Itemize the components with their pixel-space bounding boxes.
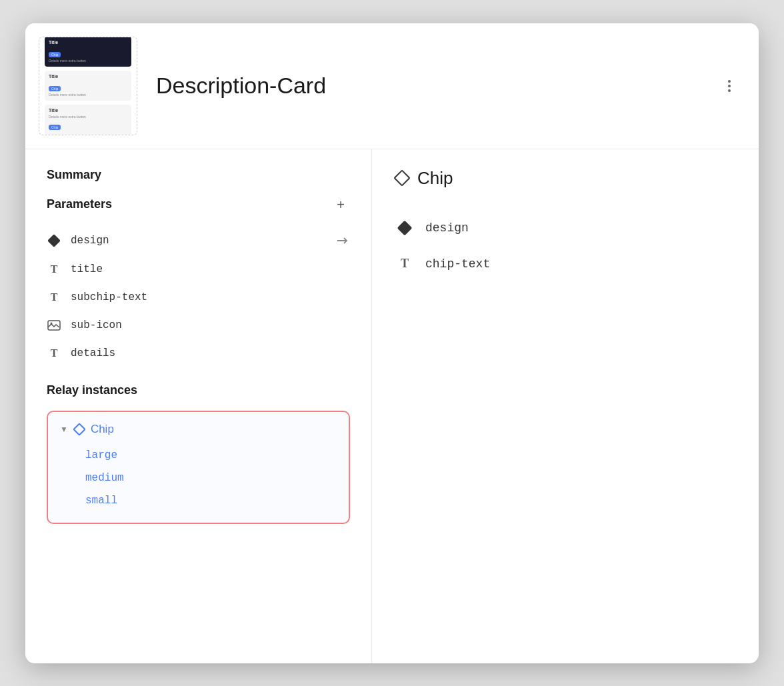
param-label-title: title (71, 263, 103, 275)
param-label-sub-icon: sub-icon (71, 319, 122, 331)
svg-point-2 (51, 322, 53, 324)
param-row-details: T details (47, 339, 350, 367)
page-title: Description-Card (156, 73, 719, 99)
main-content: Summary Parameters + design (25, 149, 759, 663)
right-param-design: design (396, 210, 735, 246)
param-row-title: T title (47, 255, 350, 283)
relay-instances-box: ▼ Chip large medium small (47, 411, 350, 524)
right-diamond-outline-icon (393, 169, 410, 186)
right-panel: Chip design T chip-text (372, 149, 759, 663)
summary-heading: Summary (47, 168, 350, 182)
relay-instances-heading: Relay instances (47, 383, 350, 397)
add-parameter-button[interactable]: + (331, 195, 350, 214)
component-thumbnail: Title Chip Details more extra button Tit… (39, 37, 137, 135)
chevron-down-icon: ▼ (60, 425, 68, 434)
relay-sub-item-large[interactable]: large (60, 444, 337, 467)
header: Title Chip Details more extra button Tit… (25, 23, 759, 149)
param-row-sub-icon: sub-icon (47, 311, 350, 339)
main-window: Title Chip Details more extra button Tit… (25, 23, 759, 663)
relay-chip-label: Chip (91, 423, 114, 436)
thumb-card-3: Title Details more extra button Chip (45, 105, 131, 135)
t-icon-subchip-text: T (47, 290, 61, 305)
right-param-label-design: design (425, 221, 469, 235)
parameters-heading: Parameters (47, 197, 112, 211)
relay-sub-item-medium[interactable]: medium (60, 467, 337, 489)
right-diamond-filled-icon (396, 219, 413, 237)
left-panel: Summary Parameters + design (25, 149, 372, 663)
right-chip-title: Chip (417, 168, 453, 189)
param-label-design: design (71, 235, 109, 247)
param-row-subchip-text: T subchip-text (47, 283, 350, 311)
t-icon-details: T (47, 346, 61, 361)
relay-sub-label-small: small (85, 495, 117, 507)
parameters-header-row: Parameters + (47, 195, 350, 214)
thumb-card-2: Title Chip Details more extra button (45, 71, 131, 101)
param-row-design: design (47, 226, 350, 255)
diamond-outline-icon (73, 423, 86, 436)
relay-sub-item-small[interactable]: small (60, 489, 337, 512)
param-label-details: details (71, 347, 115, 359)
right-t-icon: T (396, 255, 413, 273)
t-icon-title: T (47, 262, 61, 277)
relay-chip-row[interactable]: ▼ Chip (60, 423, 337, 436)
diamond-filled-icon (47, 233, 61, 248)
param-arrow-design[interactable] (334, 233, 350, 249)
relay-sub-label-medium: medium (85, 472, 124, 484)
image-icon-sub-icon (47, 318, 61, 333)
right-chip-title-row: Chip (396, 168, 735, 189)
more-options-button[interactable] (719, 75, 740, 97)
more-vertical-icon (728, 80, 731, 92)
relay-sub-label-large: large (85, 449, 117, 461)
relay-instances-section: Relay instances ▼ Chip large medium sma (47, 383, 350, 524)
thumb-card-1: Title Chip Details more extra button (45, 37, 131, 67)
right-param-chip-text: T chip-text (396, 246, 735, 282)
right-param-label-chip-text: chip-text (425, 257, 490, 271)
parameters-section: Parameters + design (47, 195, 350, 367)
param-label-subchip-text: subchip-text (71, 291, 147, 303)
